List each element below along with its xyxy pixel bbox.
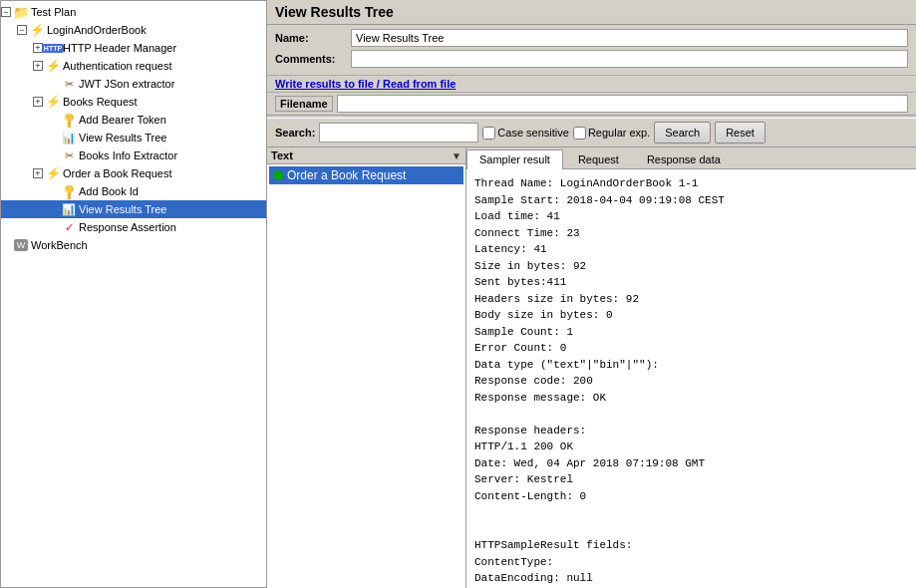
expand-icon[interactable]: +: [33, 61, 43, 71]
search-button[interactable]: Search: [654, 122, 711, 144]
tree-item-authentication-request[interactable]: +⚡Authentication request: [1, 57, 266, 75]
bolt-icon: ⚡: [46, 95, 61, 109]
results-icon: 📊: [62, 132, 76, 145]
tree-icon-bolt: ⚡: [45, 58, 61, 74]
tab-response-data[interactable]: Response data: [634, 149, 734, 168]
expand-icon[interactable]: +: [33, 97, 43, 107]
key-icon: 🔑: [59, 181, 78, 200]
tree-item-order-a-book-request[interactable]: +⚡Order a Book Request: [1, 164, 266, 182]
bolt-icon: ⚡: [30, 23, 45, 37]
tree-icon-bolt: ⚡: [45, 94, 61, 110]
write-results-link[interactable]: Write results to file / Read from file: [267, 75, 916, 93]
text-list-body: Order a Book Request: [267, 164, 465, 588]
tree-label: Books Request: [63, 96, 138, 108]
tree-icon-folder: 📁: [13, 4, 29, 20]
extractor-icon: ✂: [65, 149, 74, 162]
tree-icon-extractor: ✂: [61, 76, 77, 92]
tab-sampler-result[interactable]: Sampler result: [466, 149, 563, 169]
comments-input[interactable]: [351, 50, 908, 68]
tree-icon-assertion: ✓: [61, 219, 77, 235]
bolt-icon: ⚡: [46, 166, 61, 180]
tree-item-response-assertion[interactable]: ✓Response Assertion: [1, 218, 266, 236]
results-area: Text ▼ Order a Book Request Sampler resu…: [267, 147, 916, 588]
folder-icon: 📁: [13, 5, 29, 20]
right-panel: View Results Tree Name: Comments: Write …: [267, 0, 916, 588]
tree-label: View Results Tree: [79, 203, 166, 215]
filename-input[interactable]: [337, 95, 908, 113]
tree-icon-bolt: ⚡: [45, 165, 61, 181]
tree-label: Test Plan: [31, 6, 76, 18]
tree-icon-http: HTTP: [45, 40, 61, 56]
reset-button[interactable]: Reset: [715, 122, 765, 144]
regular-exp-label[interactable]: Regular exp.: [573, 127, 650, 140]
text-list-header: Text ▼: [267, 147, 465, 164]
tree-item-login-and-order-book[interactable]: −⚡LoginAndOrderBook: [1, 21, 266, 39]
tree-label: Add Book Id: [79, 185, 139, 197]
tree-label: Order a Book Request: [63, 167, 171, 179]
tree-icon-extractor: ✂: [61, 147, 77, 163]
detail-tabs: Sampler resultRequestResponse data: [466, 147, 916, 169]
case-sensitive-label[interactable]: Case sensitive: [482, 127, 569, 140]
tree-label: LoginAndOrderBook: [47, 24, 147, 36]
tree-icon-results: 📊: [61, 130, 77, 146]
tree-item-add-book-id[interactable]: 🔑Add Book Id: [1, 182, 266, 200]
tree-panel: −📁Test Plan−⚡LoginAndOrderBook+HTTPHTTP …: [0, 0, 267, 588]
tree-icon-bolt: ⚡: [29, 22, 45, 38]
text-list-dropdown-icon[interactable]: ▼: [452, 150, 461, 161]
tree-item-workbench[interactable]: WWorkBench: [1, 236, 266, 254]
expand-icon[interactable]: −: [17, 25, 27, 35]
tree-label: Authentication request: [63, 60, 171, 72]
tree-item-jwt-json-extractor[interactable]: ✂JWT JSon extractor: [1, 75, 266, 93]
result-item-label: Order a Book Request: [287, 168, 406, 182]
filename-label: Filename: [275, 96, 333, 112]
assertion-icon: ✓: [65, 221, 74, 234]
tree-item-add-bearer-token[interactable]: 🔑Add Bearer Token: [1, 111, 266, 129]
name-input[interactable]: [351, 29, 908, 47]
extractor-icon: ✂: [65, 78, 74, 91]
result-item-order-book-result[interactable]: Order a Book Request: [269, 166, 463, 184]
search-label: Search:: [275, 127, 315, 139]
filename-row: Filename: [267, 93, 916, 115]
tree-label: Books Info Extractor: [79, 149, 177, 161]
regular-exp-checkbox[interactable]: [573, 127, 586, 140]
tree-item-books-request[interactable]: +⚡Books Request: [1, 93, 266, 111]
tab-request[interactable]: Request: [565, 149, 632, 168]
expand-icon[interactable]: −: [1, 7, 11, 17]
detail-panel: Sampler resultRequestResponse data Threa…: [466, 147, 916, 588]
tree-label: WorkBench: [31, 239, 88, 251]
tree-icon-key: 🔑: [61, 183, 77, 199]
http-icon: HTTP: [42, 44, 64, 53]
results-icon: 📊: [62, 203, 76, 216]
text-list-panel: Text ▼ Order a Book Request: [267, 147, 466, 588]
panel-form: Name: Comments:: [267, 25, 916, 75]
expand-icon[interactable]: +: [33, 168, 43, 178]
tree-label: Response Assertion: [79, 221, 176, 233]
tree-label: Add Bearer Token: [79, 114, 166, 126]
tree-icon-results: 📊: [61, 201, 77, 217]
comments-label: Comments:: [275, 53, 345, 65]
status-dot: [273, 170, 283, 180]
bolt-icon: ⚡: [46, 59, 61, 73]
text-list-header-label: Text: [271, 149, 452, 161]
search-input[interactable]: [319, 123, 478, 143]
tree-item-http-header-manager[interactable]: +HTTPHTTP Header Manager: [1, 39, 266, 57]
tree-item-books-info-extractor[interactable]: ✂Books Info Extractor: [1, 147, 266, 164]
name-label: Name:: [275, 32, 345, 44]
tree-item-test-plan[interactable]: −📁Test Plan: [1, 3, 266, 21]
case-sensitive-checkbox[interactable]: [482, 127, 495, 140]
tree-icon-key: 🔑: [61, 112, 77, 128]
detail-content: Thread Name: LoginAndOrderBook 1-1 Sampl…: [466, 169, 916, 588]
tree-label: JWT JSon extractor: [79, 78, 174, 90]
tree-item-view-results-tree-2[interactable]: 📊View Results Tree: [1, 200, 266, 218]
tree-label: View Results Tree: [79, 132, 166, 144]
panel-title: View Results Tree: [267, 0, 916, 25]
tree-label: HTTP Header Manager: [63, 42, 176, 54]
key-icon: 🔑: [59, 110, 78, 129]
tree-item-view-results-tree-1[interactable]: 📊View Results Tree: [1, 129, 266, 147]
tree-icon-workbench: W: [13, 237, 29, 253]
workbench-icon: W: [14, 239, 29, 251]
search-bar: Search: Case sensitive Regular exp. Sear…: [267, 119, 916, 147]
